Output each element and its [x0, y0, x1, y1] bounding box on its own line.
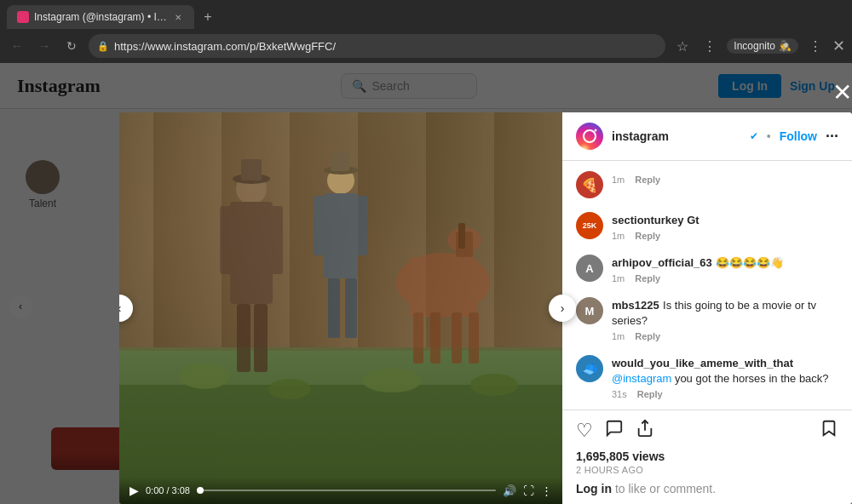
- svg-rect-4: [269, 206, 283, 274]
- dot-separator: •: [767, 129, 771, 143]
- svg-point-29: [362, 369, 422, 392]
- page-area: Instagram 🔍 Search Log In Sign Up neib.i…: [0, 63, 852, 504]
- media-next-button[interactable]: ›: [549, 295, 576, 322]
- comment-item-4: M mbs1225 Is this going to be a movie or…: [576, 297, 838, 341]
- mention-link[interactable]: @instagram: [612, 372, 671, 385]
- incognito-icon: 🕵: [779, 40, 792, 52]
- share-icon-svg: [636, 419, 654, 438]
- comment-body-5: would_you_like_ameme_with_that @instagra…: [612, 355, 838, 399]
- comment-avatar-4: M: [576, 297, 603, 324]
- comment-reply-btn-5[interactable]: Reply: [637, 389, 663, 399]
- views-count: 1,695,805 views: [576, 450, 838, 463]
- close-window-icon[interactable]: ✕: [832, 37, 845, 55]
- instagram-avatar-svg: [576, 123, 603, 150]
- comment-item: 🍕 1m Reply: [576, 171, 838, 198]
- modal-comments: instagram ✔ • Follow ··· 🍕: [562, 112, 852, 504]
- post-more-options[interactable]: ···: [826, 128, 838, 146]
- bookmark-icon[interactable]: ☆: [672, 36, 693, 56]
- svg-rect-14: [345, 278, 357, 338]
- svg-point-28: [268, 379, 311, 399]
- svg-rect-25: [458, 223, 465, 249]
- browser-chrome: Instagram (@instagram) • Insta... ✕ + ← …: [0, 0, 852, 63]
- comment-body-2: sectionturkey Gt 1m Reply: [612, 212, 838, 241]
- post-account-username: instagram: [612, 129, 741, 143]
- comment-time-1: 1m: [612, 175, 625, 185]
- comment-meta-5: 31s Reply: [612, 389, 838, 399]
- back-button[interactable]: ←: [7, 36, 27, 56]
- scene-svg: [119, 112, 562, 504]
- chrome-menu-icon[interactable]: ⋮: [699, 36, 720, 56]
- svg-point-27: [179, 364, 230, 389]
- play-button[interactable]: ▶: [130, 484, 139, 497]
- comment-avatar-2: 25K: [576, 212, 603, 239]
- lock-icon: 🔒: [97, 41, 109, 52]
- reload-button[interactable]: ↻: [61, 36, 82, 56]
- url-display: https://www.instagram.com/p/BxketWwgFFC/: [114, 40, 657, 53]
- comment-button[interactable]: [605, 419, 624, 443]
- like-button[interactable]: ♡: [576, 420, 593, 442]
- svg-rect-10: [324, 193, 358, 278]
- modal-backdrop: ✕: [0, 63, 852, 504]
- progress-dot: [197, 487, 204, 494]
- comment-meta-2: 1m Reply: [612, 231, 838, 241]
- comment-item-5: 🧢 would_you_like_ameme_with_that @instag…: [576, 355, 838, 399]
- comment-reply-btn-1[interactable]: Reply: [635, 175, 660, 185]
- tab-title: Instagram (@instagram) • Insta...: [34, 11, 167, 23]
- tab-close-btn[interactable]: ✕: [172, 11, 184, 23]
- active-tab[interactable]: Instagram (@instagram) • Insta... ✕: [7, 5, 194, 29]
- comment-username-4: mbs1225: [612, 299, 659, 312]
- svg-rect-31: [576, 123, 603, 150]
- modal-close-btn[interactable]: ✕: [832, 78, 852, 106]
- comment-meta-4: 1m Reply: [612, 331, 838, 341]
- svg-rect-23: [452, 312, 462, 364]
- volume-button[interactable]: 🔊: [503, 484, 516, 497]
- follow-button[interactable]: Follow: [780, 129, 817, 143]
- comment-meta-3: 1m Reply: [612, 273, 838, 284]
- forward-button[interactable]: →: [34, 36, 55, 56]
- time-display: 0:00 / 3:08: [146, 485, 190, 495]
- comment-time-4: 1m: [612, 331, 625, 341]
- post-account-avatar: [576, 123, 603, 150]
- comment-username-5: would_you_like_ameme_with_that: [612, 357, 793, 369]
- login-link[interactable]: Log in: [576, 482, 612, 495]
- video-more-button[interactable]: ⋮: [541, 484, 552, 497]
- save-icon-svg: [820, 419, 838, 438]
- action-icons: ♡: [576, 419, 838, 443]
- tab-bar: Instagram (@instagram) • Insta... ✕ +: [0, 0, 852, 29]
- comment-avatar-3: A: [576, 255, 603, 282]
- svg-rect-24: [469, 312, 479, 364]
- svg-rect-6: [254, 304, 268, 372]
- fullscreen-button[interactable]: ⛶: [523, 484, 534, 497]
- svg-rect-12: [356, 196, 368, 255]
- svg-rect-11: [314, 196, 325, 255]
- comment-time-2: 1m: [612, 231, 625, 241]
- post-modal: ▶ 0:00 / 3:08 🔊 ⛶ ⋮ ‹ ›: [119, 112, 852, 504]
- media-image: [119, 112, 562, 504]
- post-timestamp: 2 hours ago: [576, 465, 838, 475]
- comment-reply-btn-3[interactable]: Reply: [635, 273, 660, 284]
- comment-item-2: 25K sectionturkey Gt 1m Reply: [576, 212, 838, 241]
- comment-time-5: 31s: [612, 389, 627, 399]
- comment-item-3: A arhipov_official_63 😂😂😂😂👋 1m Reply: [576, 255, 838, 284]
- comment-username-3: arhipov_official_63: [612, 256, 712, 269]
- more-options-icon[interactable]: ⋮: [805, 36, 826, 56]
- toolbar-right: ☆ ⋮ Incognito 🕵 ⋮ ✕: [672, 36, 845, 56]
- incognito-badge: Incognito 🕵: [727, 38, 798, 54]
- new-tab-button[interactable]: +: [198, 7, 218, 27]
- comment-reply-btn-2[interactable]: Reply: [635, 231, 660, 241]
- comment-meta-1: 1m Reply: [612, 175, 838, 185]
- comments-header: instagram ✔ • Follow ···: [562, 112, 852, 161]
- modal-media: ▶ 0:00 / 3:08 🔊 ⛶ ⋮ ‹ ›: [119, 112, 562, 504]
- svg-rect-16: [331, 152, 349, 171]
- svg-point-33: [595, 129, 597, 132]
- incognito-label: Incognito: [734, 40, 775, 52]
- address-bar[interactable]: 🔒 https://www.instagram.com/p/BxketWwgFF…: [89, 34, 665, 58]
- comment-time-3: 1m: [612, 273, 625, 284]
- share-button[interactable]: [636, 419, 654, 443]
- comment-reply-btn-4[interactable]: Reply: [635, 331, 660, 341]
- save-button[interactable]: [820, 419, 838, 443]
- comment-body-4: mbs1225 Is this going to be a movie or t…: [612, 297, 838, 341]
- svg-rect-3: [220, 206, 233, 274]
- progress-bar[interactable]: [197, 490, 496, 491]
- svg-point-30: [470, 374, 518, 396]
